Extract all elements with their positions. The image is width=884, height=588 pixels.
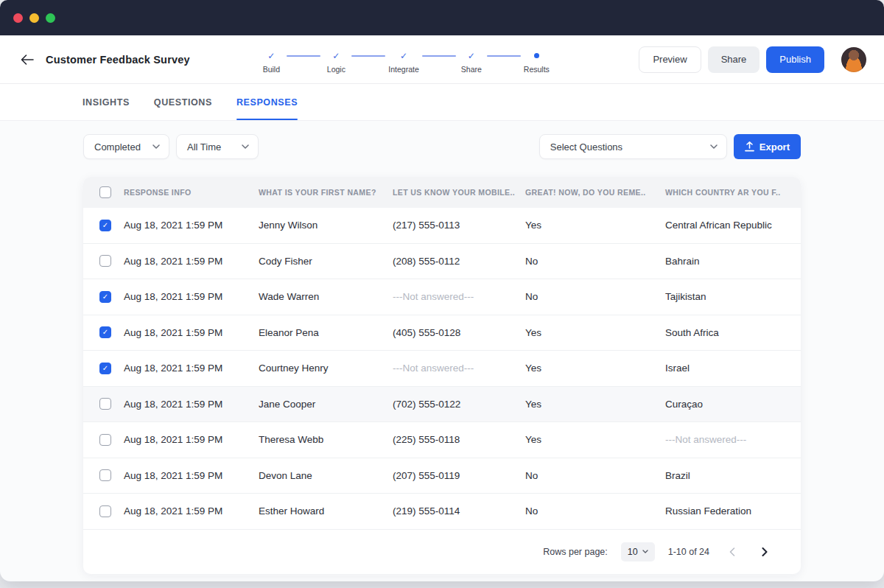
cell-country: South Africa: [665, 327, 801, 338]
step-label: Share: [461, 65, 482, 74]
export-button[interactable]: Export: [734, 134, 801, 159]
pagination-range: 1-10 of 24: [668, 547, 709, 557]
window-titlebar: [0, 0, 884, 35]
step-label: Logic: [327, 65, 345, 74]
cell-first-name: Jane Cooper: [259, 399, 393, 410]
responses-table: RESPONSE INFOWHAT IS YOUR FIRST NAME?LET…: [83, 177, 801, 574]
step-build[interactable]: ✓Build: [259, 50, 284, 74]
cell-mobile: ---Not answered---: [393, 363, 525, 374]
row-checkbox[interactable]: ✓: [99, 363, 111, 374]
share-button[interactable]: Share: [708, 46, 760, 73]
tab-insights[interactable]: INSIGHTS: [83, 84, 130, 120]
cell-country: Central African Republic: [665, 220, 801, 231]
table-row[interactable]: ✓Aug 18, 2021 1:59 PMCourtney Henry---No…: [83, 351, 801, 387]
previous-page-button[interactable]: [723, 542, 742, 561]
cell-first-name: Wade Warren: [259, 291, 393, 302]
chevron-down-icon: [710, 144, 718, 149]
upload-icon: [745, 141, 754, 152]
table-row[interactable]: ✓Aug 18, 2021 1:59 PMWade Warren---Not a…: [83, 279, 801, 315]
header-actions: Preview Share Publish: [639, 46, 866, 73]
select-questions-value: Select Questions: [550, 141, 622, 153]
row-checkbox[interactable]: ✓: [99, 326, 111, 338]
check-icon: ✓: [400, 51, 407, 61]
zoom-window-button[interactable]: [46, 13, 55, 23]
row-checkbox-cell: [83, 255, 124, 267]
tab-questions[interactable]: QUESTIONS: [154, 84, 212, 120]
rows-per-page-label: Rows per page:: [543, 547, 608, 557]
progress-stepper: ✓Build✓Logic✓Integrate✓ShareResults: [259, 46, 549, 74]
cell-country: ---Not answered---: [665, 434, 801, 445]
cell-remember: Yes: [525, 327, 665, 338]
row-checkbox[interactable]: [99, 255, 111, 267]
time-filter-select[interactable]: All Time: [176, 134, 259, 159]
step-connector: [487, 55, 521, 57]
row-checkbox-cell: [83, 434, 124, 446]
column-header-1: WHAT IS YOUR FIRST NAME?: [259, 188, 393, 197]
tab-bar: INSIGHTS QUESTIONS RESPONSES: [0, 84, 884, 121]
user-avatar[interactable]: [841, 47, 866, 72]
cell-first-name: Eleanor Pena: [259, 327, 393, 338]
rows-per-page-value: 10: [628, 547, 638, 557]
cell-response-date: Aug 18, 2021 1:59 PM: [124, 327, 259, 338]
cell-response-date: Aug 18, 2021 1:59 PM: [124, 434, 259, 445]
time-filter-value: All Time: [187, 141, 221, 153]
step-share[interactable]: ✓Share: [459, 50, 484, 74]
table-body: ✓Aug 18, 2021 1:59 PMJenny Wilson(217) 5…: [83, 208, 801, 530]
chevron-down-icon: [152, 144, 160, 149]
step-integrate[interactable]: ✓Integrate: [388, 50, 418, 74]
preview-button[interactable]: Preview: [639, 46, 701, 73]
table-row[interactable]: Aug 18, 2021 1:59 PMCody Fisher(208) 555…: [83, 244, 801, 280]
pagination-bar: Rows per page: 10 1-10 of 24: [83, 530, 801, 574]
cell-first-name: Courtney Henry: [259, 363, 393, 374]
select-questions-dropdown[interactable]: Select Questions: [539, 134, 727, 159]
row-checkbox[interactable]: [99, 505, 111, 517]
chevron-left-icon: [729, 547, 735, 556]
column-header-2: LET US KNOW YOUR MOBILE..: [393, 188, 525, 197]
chevron-down-icon: [242, 144, 249, 149]
cell-response-date: Aug 18, 2021 1:59 PM: [124, 291, 259, 302]
cell-mobile: (207) 555-0119: [393, 470, 525, 481]
step-label: Build: [263, 65, 280, 74]
chevron-right-icon: [762, 547, 768, 556]
status-filter-select[interactable]: Completed: [83, 134, 169, 159]
cell-remember: Yes: [525, 363, 665, 374]
step-logic[interactable]: ✓Logic: [323, 50, 348, 74]
step-connector: [287, 55, 320, 57]
table-row[interactable]: ✓Aug 18, 2021 1:59 PMEleanor Pena(405) 5…: [83, 315, 801, 351]
responses-content: Completed All Time Select Questions: [0, 121, 884, 574]
cell-first-name: Jenny Wilson: [259, 220, 393, 231]
table-row[interactable]: ✓Aug 18, 2021 1:59 PMJenny Wilson(217) 5…: [83, 208, 801, 244]
table-row[interactable]: Aug 18, 2021 1:59 PMTheresa Webb(225) 55…: [83, 422, 801, 458]
publish-button[interactable]: Publish: [766, 46, 824, 73]
back-button[interactable]: [18, 50, 37, 69]
table-row[interactable]: Aug 18, 2021 1:59 PMDevon Lane(207) 555-…: [83, 458, 801, 494]
close-window-button[interactable]: [13, 13, 23, 23]
tab-responses[interactable]: RESPONSES: [236, 84, 298, 120]
cell-first-name: Cody Fisher: [259, 256, 393, 267]
cell-mobile: ---Not answered---: [393, 291, 525, 302]
row-checkbox[interactable]: ✓: [99, 220, 111, 231]
select-all-checkbox[interactable]: [99, 186, 111, 198]
header-checkbox-cell: [83, 186, 124, 198]
row-checkbox-cell: ✓: [83, 220, 124, 231]
row-checkbox-cell: ✓: [83, 363, 124, 374]
cell-country: Brazil: [665, 470, 801, 481]
check-icon: ✓: [267, 51, 275, 61]
check-icon: ✓: [332, 51, 340, 61]
table-header-row: RESPONSE INFOWHAT IS YOUR FIRST NAME?LET…: [83, 177, 801, 208]
next-page-button[interactable]: [755, 542, 774, 561]
row-checkbox[interactable]: [99, 434, 111, 446]
step-results[interactable]: Results: [524, 50, 550, 74]
cell-first-name: Theresa Webb: [259, 434, 393, 445]
table-row[interactable]: Aug 18, 2021 1:59 PMEsther Howard(219) 5…: [83, 494, 801, 530]
row-checkbox[interactable]: [99, 398, 111, 410]
cell-country: Tajikistan: [665, 291, 801, 302]
minimize-window-button[interactable]: [29, 13, 39, 23]
row-checkbox[interactable]: ✓: [99, 291, 111, 303]
cell-mobile: (208) 555-0112: [393, 256, 525, 267]
cell-country: Russian Federation: [665, 505, 801, 517]
cell-response-date: Aug 18, 2021 1:59 PM: [124, 363, 259, 374]
rows-per-page-select[interactable]: 10: [621, 542, 655, 561]
table-row[interactable]: Aug 18, 2021 1:59 PMJane Cooper(702) 555…: [83, 387, 801, 423]
row-checkbox[interactable]: [99, 469, 111, 481]
